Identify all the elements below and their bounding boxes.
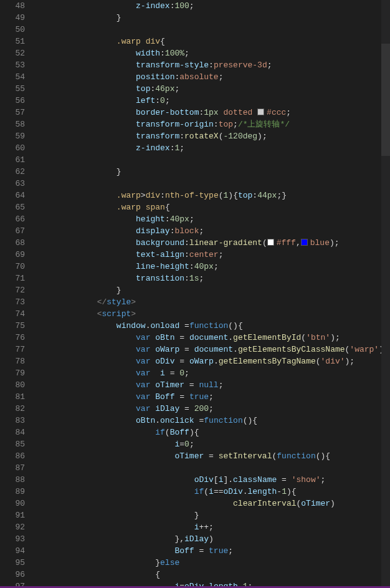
code-line[interactable]: text-align:center;	[39, 249, 390, 261]
code-line[interactable]: Boff = true;	[39, 545, 390, 557]
line-number: 61	[0, 154, 25, 166]
code-line[interactable]: </style>	[39, 296, 390, 308]
line-number: 54	[0, 71, 25, 83]
line-number: 62	[0, 166, 25, 178]
code-line[interactable]: i=0;	[39, 438, 390, 450]
code-line[interactable]: <script>	[39, 308, 390, 320]
code-line[interactable]: },iDlay)	[39, 533, 390, 545]
line-number: 50	[0, 24, 25, 36]
line-number: 67	[0, 225, 25, 237]
line-number: 94	[0, 545, 25, 557]
code-line[interactable]: }	[39, 509, 390, 521]
code-line[interactable]: line-height:40px;	[39, 261, 390, 272]
code-line[interactable]: if(Boff){	[39, 427, 390, 438]
line-number: 59	[0, 130, 25, 142]
code-line[interactable]: var oWarp = document.getElementsByClassN…	[39, 344, 390, 355]
code-line[interactable]: }	[39, 166, 390, 178]
color-swatch	[257, 108, 264, 115]
line-number: 56	[0, 95, 25, 107]
code-line[interactable]: {	[39, 569, 390, 581]
line-number: 87	[0, 462, 25, 474]
line-number: 73	[0, 296, 25, 308]
code-line[interactable]	[39, 24, 390, 36]
line-number: 48	[0, 0, 25, 12]
line-number: 74	[0, 308, 25, 320]
line-number: 83	[0, 415, 25, 427]
code-line[interactable]: var iDlay = 200;	[39, 403, 390, 415]
line-number: 90	[0, 498, 25, 509]
line-number: 53	[0, 59, 25, 71]
code-line[interactable]: var oBtn = document.getElementById('btn'…	[39, 332, 390, 344]
code-line[interactable]: clearInterval(oTimer)	[39, 498, 390, 509]
code-line[interactable]: window.onload =function(){	[39, 320, 390, 332]
code-line[interactable]: width:100%;	[39, 47, 390, 59]
code-line[interactable]: i++;	[39, 521, 390, 533]
line-number: 86	[0, 450, 25, 462]
code-line[interactable]: z-index:1;	[39, 142, 390, 154]
line-number: 96	[0, 569, 25, 581]
color-swatch	[301, 239, 308, 246]
line-number: 60	[0, 142, 25, 154]
code-area[interactable]: z-index:100; } .warp div{ width:100%; tr…	[36, 0, 390, 588]
line-number: 63	[0, 178, 25, 190]
line-number: 70	[0, 261, 25, 272]
code-line[interactable]: transition:1s;	[39, 272, 390, 284]
code-line[interactable]: position:absolute;	[39, 71, 390, 83]
code-line[interactable]: display:block;	[39, 225, 390, 237]
line-number: 78	[0, 355, 25, 367]
line-number: 82	[0, 403, 25, 415]
line-number: 92	[0, 521, 25, 533]
code-line[interactable]: transform:rotateX(-120deg);	[39, 130, 390, 142]
code-line[interactable]: top:46px;	[39, 83, 390, 95]
line-number: 77	[0, 344, 25, 355]
code-line[interactable]: transform-style:preserve-3d;	[39, 59, 390, 71]
line-number: 65	[0, 201, 25, 213]
line-number: 79	[0, 367, 25, 379]
code-line[interactable]: if(i==oDiv.length-1){	[39, 486, 390, 498]
code-line[interactable]: var oDiv = oWarp.getElementsByTagName('d…	[39, 355, 390, 367]
code-line[interactable]: .warp span{	[39, 201, 390, 213]
line-number: 91	[0, 509, 25, 521]
code-line[interactable]: transform-origin:top;/*上旋转轴*/	[39, 118, 390, 130]
line-number: 58	[0, 118, 25, 130]
color-swatch	[267, 239, 274, 246]
line-number: 95	[0, 557, 25, 569]
code-line[interactable]: }else	[39, 557, 390, 569]
code-line[interactable]: var oTimer = null;	[39, 379, 390, 391]
minimap[interactable]	[381, 0, 390, 588]
line-number: 57	[0, 107, 25, 118]
code-line[interactable]: var Boff = true;	[39, 391, 390, 403]
code-line[interactable]	[39, 154, 390, 166]
line-number: 81	[0, 391, 25, 403]
code-editor[interactable]: 4849505152535455565758596061626364656667…	[0, 0, 390, 588]
code-line[interactable]: }	[39, 12, 390, 24]
line-number: 88	[0, 474, 25, 486]
code-line[interactable]: left:0;	[39, 95, 390, 107]
code-line[interactable]: .warp>div:nth-of-type(1){top:44px;}	[39, 190, 390, 201]
line-number: 68	[0, 237, 25, 249]
code-line[interactable]: var i = 0;	[39, 367, 390, 379]
line-number: 76	[0, 332, 25, 344]
code-line[interactable]: oTimer = setInterval(function(){	[39, 450, 390, 462]
line-number: 75	[0, 320, 25, 332]
code-line[interactable]: height:40px;	[39, 213, 390, 225]
code-line[interactable]: border-bottom:1px dotted #ccc;	[39, 107, 390, 118]
minimap-thumb[interactable]	[381, 44, 390, 156]
line-number: 84	[0, 427, 25, 438]
code-line[interactable]: oBtn.onclick =function(){	[39, 415, 390, 427]
line-number: 66	[0, 213, 25, 225]
line-number: 55	[0, 83, 25, 95]
code-line[interactable]: .warp div{	[39, 36, 390, 47]
code-line[interactable]: }	[39, 284, 390, 296]
code-line[interactable]	[39, 178, 390, 190]
line-number-gutter: 4849505152535455565758596061626364656667…	[0, 0, 36, 588]
code-line[interactable]: oDiv[i].className = 'show';	[39, 474, 390, 486]
line-number: 51	[0, 36, 25, 47]
line-number: 85	[0, 438, 25, 450]
code-line[interactable]	[39, 462, 390, 474]
code-line[interactable]: background:linear-gradient(#fff,blue);	[39, 237, 390, 249]
code-line[interactable]: z-index:100;	[39, 0, 390, 12]
line-number: 69	[0, 249, 25, 261]
line-number: 72	[0, 284, 25, 296]
line-number: 71	[0, 272, 25, 284]
